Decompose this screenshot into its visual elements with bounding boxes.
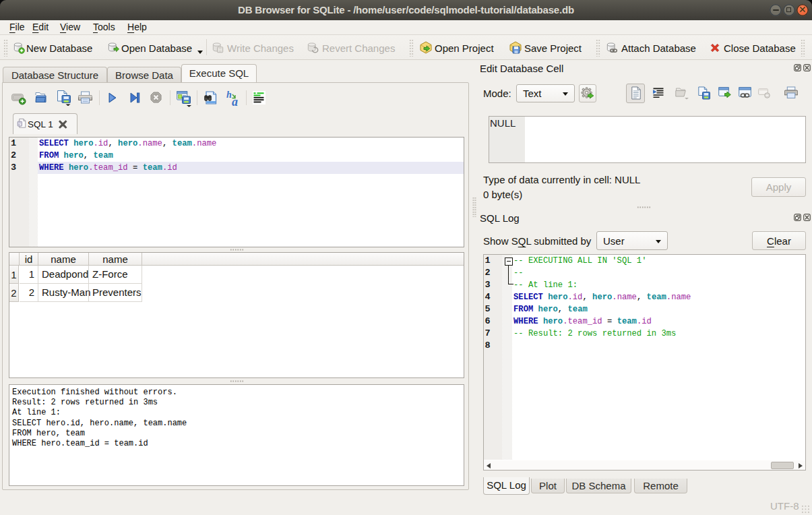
svg-text:h: h bbox=[226, 90, 232, 100]
